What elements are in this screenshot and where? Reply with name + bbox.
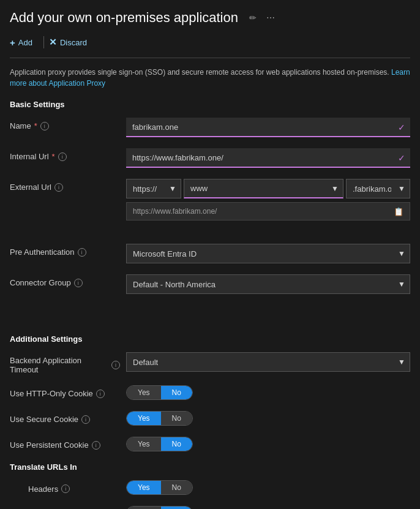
name-input-wrapper: ✓ (126, 118, 410, 137)
connector-group-info-icon[interactable]: i (74, 279, 83, 287)
internal-url-row: Internal Url * i ✓ (10, 148, 410, 168)
spacer-1 (10, 232, 410, 244)
toolbar: + Add ✕ Discard (10, 34, 410, 58)
discard-icon: ✕ (49, 37, 57, 48)
secure-cookie-control: Yes No (126, 411, 410, 426)
additional-settings-title: Additional Settings (10, 334, 410, 344)
external-url-control: https:// ▼ www ▼ .fabrikam.o... ▼ (126, 179, 410, 221)
secure-cookie-label: Use Secure Cookie i (10, 411, 120, 424)
external-url-info-icon[interactable]: i (54, 183, 63, 192)
pre-auth-select[interactable]: Microsoft Entra ID (126, 244, 410, 263)
http-only-yes-button[interactable]: Yes (127, 386, 161, 399)
backend-timeout-info-icon[interactable]: i (111, 361, 120, 369)
pre-auth-row: Pre Authentication i Microsoft Entra ID … (10, 244, 410, 263)
secure-cookie-yes-button[interactable]: Yes (127, 412, 161, 425)
external-url-display: https://www.fabrikam.one/ 📋 (126, 202, 410, 221)
persistent-cookie-label: Use Persistent Cookie i (10, 437, 120, 450)
toolbar-divider (43, 36, 44, 48)
headers-no-button[interactable]: No (161, 481, 192, 494)
internal-url-input-wrapper: ✓ (126, 148, 410, 168)
secure-cookie-row: Use Secure Cookie i Yes No (10, 411, 410, 426)
connector-group-select[interactable]: Default - North America (126, 274, 410, 294)
subdomain-select[interactable]: www (184, 179, 343, 198)
secure-cookie-toggle: Yes No (126, 411, 193, 426)
translate-urls-title: Translate URLs In (10, 462, 410, 472)
internal-url-info-icon[interactable]: i (58, 153, 67, 161)
suffix-select-wrapper: .fabrikam.o... ▼ (346, 179, 410, 198)
http-only-no-button[interactable]: No (161, 386, 192, 399)
pre-auth-label: Pre Authentication i (10, 244, 120, 257)
page-title: Add your own on-premises application (10, 10, 238, 26)
translate-urls-section: Translate URLs In Headers i Yes No Appli… (10, 462, 410, 509)
connector-group-select-wrapper: Default - North America ▼ (126, 274, 410, 294)
more-options-icon[interactable]: ⋯ (264, 12, 277, 24)
spacer-2 (10, 305, 410, 317)
internal-url-check-icon: ✓ (398, 153, 405, 163)
protocol-select[interactable]: https:// (126, 179, 181, 198)
headers-row: Headers i Yes No (10, 480, 410, 495)
pre-auth-select-wrapper: Microsoft Entra ID ▼ (126, 244, 410, 263)
add-icon: + (10, 37, 15, 48)
connector-group-control: Default - North America ▼ (126, 274, 410, 294)
add-label: Add (18, 38, 32, 47)
body-row: Application Body i Yes No (10, 506, 410, 509)
http-only-row: Use HTTP-Only Cookie i Yes No (10, 385, 410, 400)
body-toggle: Yes No (126, 506, 193, 509)
connector-group-row: Connector Group i Default - North Americ… (10, 274, 410, 294)
title-actions: ✏ ⋯ (247, 12, 277, 24)
external-url-label: External Url i (10, 179, 120, 192)
backend-timeout-label: Backend Application Timeout i (10, 352, 120, 374)
spacer-3 (10, 317, 410, 330)
connector-group-label: Connector Group i (10, 274, 120, 287)
info-text: Application proxy provides single sign-o… (10, 68, 391, 77)
internal-url-label: Internal Url * i (10, 148, 120, 161)
external-url-row: External Url i https:// ▼ www ▼ (10, 179, 410, 221)
persistent-cookie-info-icon[interactable]: i (92, 441, 100, 450)
suffix-select[interactable]: .fabrikam.o... (346, 179, 410, 198)
pre-auth-control: Microsoft Entra ID ▼ (126, 244, 410, 263)
required-indicator: * (52, 152, 55, 161)
persistent-cookie-no-button[interactable]: No (161, 437, 192, 451)
name-input[interactable] (126, 118, 410, 137)
discard-button[interactable]: ✕ Discard (49, 34, 93, 50)
secure-cookie-no-button[interactable]: No (161, 412, 192, 425)
internal-url-input[interactable] (126, 148, 410, 168)
body-no-button[interactable]: No (161, 507, 192, 509)
internal-url-control: ✓ (126, 148, 410, 168)
pre-auth-info-icon[interactable]: i (78, 248, 86, 257)
discard-label: Discard (60, 38, 87, 47)
headers-yes-button[interactable]: Yes (127, 481, 161, 494)
persistent-cookie-control: Yes No (126, 437, 410, 451)
subdomain-select-wrapper: www ▼ (184, 179, 343, 198)
name-row: Name * i ✓ (10, 118, 410, 137)
copy-icon[interactable]: 📋 (394, 207, 403, 216)
name-control: ✓ (126, 118, 410, 137)
headers-toggle: Yes No (126, 480, 193, 495)
name-check-icon: ✓ (398, 123, 405, 132)
persistent-cookie-row: Use Persistent Cookie i Yes No (10, 437, 410, 451)
add-button[interactable]: + Add (10, 35, 39, 50)
headers-control: Yes No (126, 480, 410, 495)
backend-timeout-row: Backend Application Timeout i Default ▼ (10, 352, 410, 374)
headers-label: Headers i (28, 482, 120, 494)
http-only-info-icon[interactable]: i (96, 390, 105, 398)
http-only-control: Yes No (126, 385, 410, 400)
pin-icon[interactable]: ✏ (247, 12, 259, 24)
additional-settings-section: Additional Settings Backend Application … (10, 334, 410, 451)
http-only-toggle: Yes No (126, 385, 193, 400)
persistent-cookie-yes-button[interactable]: Yes (127, 437, 161, 451)
http-only-label: Use HTTP-Only Cookie i (10, 385, 120, 398)
backend-timeout-control: Default ▼ (126, 352, 410, 372)
page-container: Add your own on-premises application ✏ ⋯… (0, 0, 420, 509)
basic-settings-title: Basic Settings (10, 100, 410, 109)
info-banner: Application proxy provides single sign-o… (10, 67, 410, 89)
external-url-text: https://www.fabrikam.one/ (133, 207, 217, 216)
body-control: Yes No (126, 506, 410, 509)
persistent-cookie-toggle: Yes No (126, 437, 193, 451)
secure-cookie-info-icon[interactable]: i (81, 415, 90, 424)
headers-info-icon[interactable]: i (61, 484, 70, 493)
backend-timeout-select-wrapper: Default ▼ (126, 352, 410, 372)
name-info-icon[interactable]: i (40, 122, 49, 130)
body-yes-button[interactable]: Yes (127, 507, 161, 509)
backend-timeout-select[interactable]: Default (126, 352, 410, 372)
